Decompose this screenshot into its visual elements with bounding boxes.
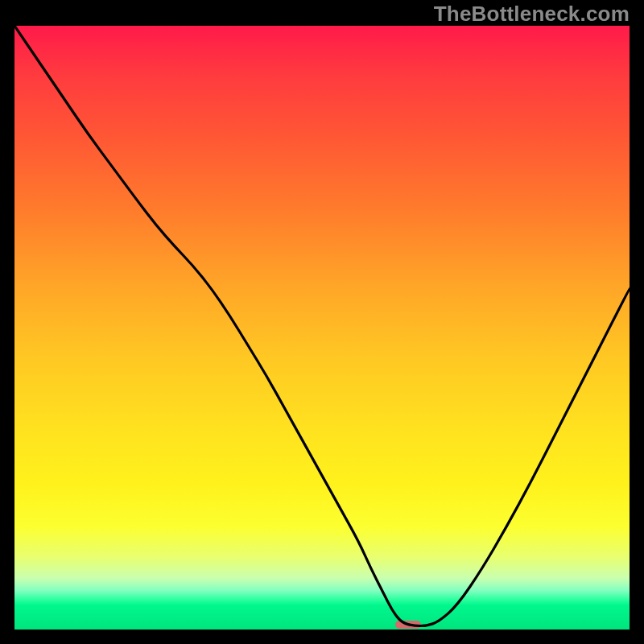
bottleneck-curve — [14, 26, 630, 630]
chart-frame: TheBottleneck.com — [0, 0, 644, 644]
plot-area — [14, 26, 630, 630]
watermark-text: TheBottleneck.com — [434, 2, 630, 27]
